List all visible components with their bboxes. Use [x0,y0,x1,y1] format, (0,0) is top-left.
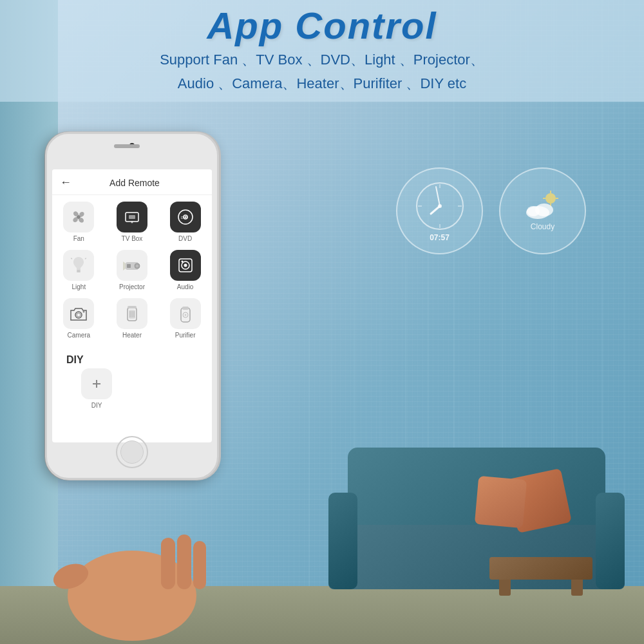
clock-time: 07:57 [430,233,450,242]
volume-up-button [45,227,46,250]
svg-point-50 [136,265,138,267]
sofa-arm-left [328,493,357,589]
hand-svg [52,499,213,641]
app-screen-title: Add Remote [78,178,204,188]
page-subtitle-line1: Support Fan 、TV Box 、DVD、Light 、Projecto… [0,49,644,70]
tvbox-icon [123,210,141,224]
purifier-icon [180,304,191,323]
hand [52,499,200,634]
fan-icon [70,208,88,226]
light-icon-box [63,250,94,281]
camera-icon [69,305,88,322]
audio-label: Audio [177,283,194,290]
purifier-icon-box [170,298,201,329]
dvd-icon: DVD [176,208,194,226]
power-button [218,211,219,247]
clock-face-svg [414,180,466,232]
light-label: Light [71,283,86,290]
home-button-inner [120,440,144,464]
svg-text:DVD: DVD [181,216,188,220]
sofa-arm-right [596,493,625,589]
device-row-3: Camera H [52,296,212,339]
tvbox-label: TV Box [122,235,143,242]
svg-line-17 [436,187,440,206]
svg-point-22 [545,193,556,204]
diy-icon-box [81,368,112,399]
dvd-item[interactable]: DVD DVD [163,202,208,242]
projector-icon [122,259,142,272]
svg-rect-61 [128,306,137,308]
heater-item[interactable]: Heater [109,298,155,339]
svg-point-29 [527,206,540,216]
heater-icon [125,304,139,323]
svg-point-54 [184,264,187,267]
diy-section: DIY DIY [52,344,212,417]
weather-widget: Cloudy [499,167,586,254]
fan-icon-box [63,202,94,232]
projector-label: Projector [119,283,145,290]
svg-point-55 [181,261,183,263]
light-item[interactable]: Light [56,250,101,290]
svg-rect-33 [177,535,191,589]
volume-down-button [45,260,46,282]
audio-icon [176,256,194,274]
projector-item[interactable]: Projector [109,250,155,290]
svg-rect-66 [182,307,189,310]
projector-icon-box [117,250,147,281]
page-title: App Control [0,5,644,46]
pillow-2 [475,476,527,528]
svg-rect-37 [129,215,135,219]
fan-label: Fan [73,235,84,242]
device-row-1: Fan TV Box [52,195,212,242]
hand-phone-container: ← Add Remote [39,119,245,634]
svg-point-38 [131,222,133,223]
earpiece-speaker [114,144,140,148]
purifier-label: Purifier [175,332,196,339]
heater-label: Heater [122,332,142,339]
svg-rect-44 [77,271,80,272]
audio-item[interactable]: Audio [163,250,208,290]
purifier-item[interactable]: Purifier [163,298,208,339]
diy-section-title: DIY [60,349,204,368]
diy-item[interactable]: DIY [74,368,119,409]
device-row-2: Light Pr [52,247,212,290]
camera-label: Camera [68,332,91,339]
camera-icon-box [63,298,94,329]
app-header: ← Add Remote [52,169,212,195]
diy-row: DIY [60,368,204,409]
page-subtitle-line2: Audio 、Camera、Heater、Purifiter 、DIY etc [0,73,644,94]
mute-switch [45,198,46,218]
phone-screen: ← Add Remote [52,169,212,442]
diy-label: DIY [91,402,102,409]
dvd-icon-box: DVD [170,202,201,232]
camera-item[interactable]: Camera [56,298,101,339]
svg-line-46 [71,258,72,259]
svg-point-57 [77,313,80,317]
page-header: App Control Support Fan 、TV Box 、DVD、Lig… [0,0,644,102]
cloud-icon-svg [524,191,562,220]
audio-icon-box [170,250,201,281]
home-button[interactable] [116,436,148,468]
dvd-label: DVD [178,235,192,242]
svg-point-68 [184,314,186,316]
svg-rect-51 [127,264,131,268]
coffee-table [489,557,592,580]
light-icon [71,256,86,275]
svg-point-58 [83,311,85,313]
heater-icon-box [117,298,147,329]
tvbox-icon-box [117,202,147,232]
diy-icon [88,375,105,392]
back-button[interactable]: ← [60,176,71,189]
svg-line-47 [85,258,86,259]
weather-label: Cloudy [531,222,554,231]
svg-rect-32 [161,538,175,589]
svg-rect-34 [193,541,206,589]
app-content: Fan TV Box [52,195,212,441]
tvbox-item[interactable]: TV Box [109,202,155,242]
smartphone: ← Add Remote [45,132,219,480]
fan-item[interactable]: Fan [56,202,101,242]
svg-rect-43 [77,270,80,271]
clock-widget: 07:57 [396,167,483,254]
svg-line-16 [431,206,440,214]
